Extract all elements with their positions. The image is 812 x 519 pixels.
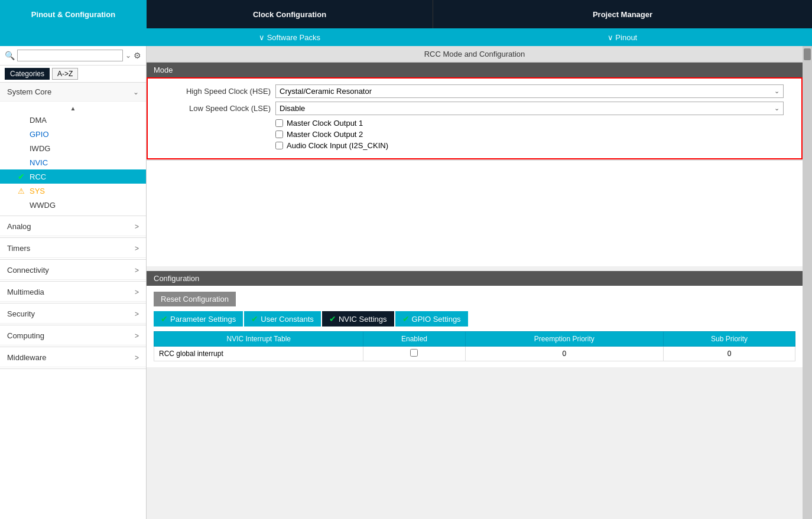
nvic-sub-priority-cell: 0 — [664, 347, 795, 361]
project-manager-label: Project Manager — [593, 10, 652, 19]
config-section: Configuration Reset Configuration ✔ Para… — [147, 271, 803, 367]
nvic-icon — [17, 158, 26, 167]
sidebar-item-system-core[interactable]: System Core ⌄ — [0, 83, 146, 102]
sidebar-item-dma[interactable]: DMA — [0, 113, 146, 127]
pinout-nav[interactable]: ∨ Pinout — [433, 28, 812, 46]
mode-section: Mode High Speed Clock (HSE) Crystal/Cera… — [147, 63, 803, 160]
tab-user-constants[interactable]: ✔ User Constants — [244, 311, 321, 327]
table-row: RCC global interrupt 0 0 — [154, 347, 795, 361]
audio-label: Audio Clock Input (I2S_CKIN) — [287, 141, 388, 150]
middleware-chevron-right: > — [135, 354, 139, 362]
hse-select-value: Crystal/Ceramic Resonator — [280, 87, 774, 96]
sidebar-item-wwdg[interactable]: WWDG — [0, 198, 146, 212]
clock-config-tab[interactable]: Clock Configuration — [147, 0, 433, 28]
search-bar: 🔍 ⌄ ⚙ — [0, 46, 146, 66]
rcc-check-icon: ✔ — [17, 172, 26, 181]
gear-icon[interactable]: ⚙ — [134, 51, 141, 60]
config-section-header: Configuration — [147, 271, 803, 286]
gpio-icon — [17, 129, 26, 139]
param-check-icon: ✔ — [161, 314, 168, 324]
mco1-row: Master Clock Output 1 — [157, 119, 792, 128]
sidebar-item-analog[interactable]: Analog > — [0, 217, 146, 236]
sidebar-item-connectivity[interactable]: Connectivity > — [0, 261, 146, 280]
iwdg-icon — [17, 143, 26, 153]
empty-space — [147, 160, 803, 266]
sidebar-item-nvic[interactable]: NVIC — [0, 155, 146, 169]
timers-chevron-right: > — [135, 244, 139, 253]
user-check-icon: ✔ — [251, 314, 258, 324]
audio-checkbox[interactable] — [275, 142, 283, 149]
nvic-interrupt-table: NVIC Interrupt Table Enabled Preemption … — [154, 331, 795, 361]
computing-chevron-right: > — [135, 332, 139, 340]
search-input[interactable] — [17, 50, 123, 61]
scroll-thumb — [804, 48, 811, 60]
rcc-mode-title: RCC Mode and Configuration — [147, 46, 803, 63]
nvic-col-header-name: NVIC Interrupt Table — [154, 332, 363, 347]
config-content: Reset Configuration ✔ Parameter Settings… — [147, 286, 803, 367]
project-manager-tab[interactable]: Project Manager — [433, 0, 812, 28]
nvic-check-icon: ✔ — [329, 314, 336, 324]
sidebar: 🔍 ⌄ ⚙ Categories A->Z System Core ⌄ ▲ DM… — [0, 46, 147, 519]
lse-dropdown-arrow: ⌄ — [774, 105, 779, 112]
mode-section-header: Mode — [147, 63, 803, 77]
system-core-items: ▲ DMA GPIO IWDG NVIC ✔ RCC ⚠ — [0, 102, 146, 214]
tab-parameter-settings[interactable]: ✔ Parameter Settings — [154, 311, 243, 327]
pinout-config-tab[interactable]: Pinout & Configuration — [0, 0, 147, 28]
tab-gpio-settings[interactable]: ✔ GPIO Settings — [395, 311, 468, 327]
sidebar-item-gpio[interactable]: GPIO — [0, 127, 146, 141]
multimedia-chevron-right: > — [135, 288, 139, 296]
sidebar-item-rcc[interactable]: ✔ RCC — [0, 169, 146, 184]
sidebar-item-iwdg[interactable]: IWDG — [0, 141, 146, 155]
nvic-col-header-preemption: Preemption Priority — [465, 332, 664, 347]
nvic-col-header-enabled: Enabled — [363, 332, 465, 347]
scroll-indicator[interactable] — [803, 46, 812, 519]
nvic-enabled-checkbox[interactable] — [410, 349, 418, 357]
sidebar-item-middleware[interactable]: Middleware > — [0, 348, 146, 367]
mco2-row: Master Clock Output 2 — [157, 130, 792, 139]
hse-select[interactable]: Crystal/Ceramic Resonator ⌄ — [275, 84, 784, 98]
mco1-label: Master Clock Output 1 — [287, 119, 363, 128]
sidebar-item-sys[interactable]: ⚠ SYS — [0, 184, 146, 198]
nvic-enabled-cell[interactable] — [363, 347, 465, 361]
security-chevron-right: > — [135, 310, 139, 318]
wwdg-icon — [17, 200, 26, 210]
nvic-col-header-sub: Sub Priority — [664, 332, 795, 347]
up-arrow-indicator: ▲ — [0, 104, 146, 113]
category-tabs: Categories A->Z — [0, 66, 146, 83]
lse-select[interactable]: Disable ⌄ — [275, 102, 784, 115]
tab-categories[interactable]: Categories — [5, 68, 50, 80]
pinout-config-label: Pinout & Configuration — [31, 10, 115, 19]
reset-configuration-button[interactable]: Reset Configuration — [154, 292, 236, 306]
clock-config-label: Clock Configuration — [253, 10, 326, 19]
config-tabs: ✔ Parameter Settings ✔ User Constants ✔ … — [154, 311, 795, 327]
system-core-chevron: ⌄ — [133, 88, 139, 96]
sidebar-item-computing[interactable]: Computing > — [0, 327, 146, 345]
analog-chevron-right: > — [135, 223, 139, 231]
hse-dropdown-arrow: ⌄ — [774, 87, 779, 95]
lse-select-value: Disable — [280, 104, 774, 113]
content-area: RCC Mode and Configuration Mode High Spe… — [147, 46, 803, 519]
lse-row: Low Speed Clock (LSE) Disable ⌄ — [157, 102, 792, 115]
gpio-check-icon: ✔ — [402, 314, 410, 324]
lse-label: Low Speed Clock (LSE) — [157, 104, 275, 113]
mco2-label: Master Clock Output 2 — [287, 130, 363, 139]
sidebar-item-security[interactable]: Security > — [0, 305, 146, 324]
audio-row: Audio Clock Input (I2S_CKIN) — [157, 141, 792, 150]
mco1-checkbox[interactable] — [275, 119, 283, 127]
mco2-checkbox[interactable] — [275, 130, 283, 138]
hse-row: High Speed Clock (HSE) Crystal/Ceramic R… — [157, 84, 792, 98]
search-dropdown-icon[interactable]: ⌄ — [125, 51, 131, 60]
search-icon: 🔍 — [5, 51, 15, 60]
tab-nvic-settings[interactable]: ✔ NVIC Settings — [322, 311, 394, 327]
nvic-interrupt-name: RCC global interrupt — [154, 347, 363, 361]
connectivity-chevron-right: > — [135, 266, 139, 275]
nvic-preemption-cell: 0 — [465, 347, 664, 361]
sys-warning-icon: ⚠ — [17, 186, 26, 195]
hse-label: High Speed Clock (HSE) — [157, 87, 275, 96]
system-core-label: System Core — [7, 87, 51, 96]
sidebar-item-multimedia[interactable]: Multimedia > — [0, 283, 146, 302]
sidebar-item-timers[interactable]: Timers > — [0, 239, 146, 258]
mode-content: High Speed Clock (HSE) Crystal/Ceramic R… — [147, 77, 803, 159]
tab-az[interactable]: A->Z — [52, 68, 78, 80]
software-packs-nav[interactable]: ∨ Software Packs — [147, 28, 433, 46]
